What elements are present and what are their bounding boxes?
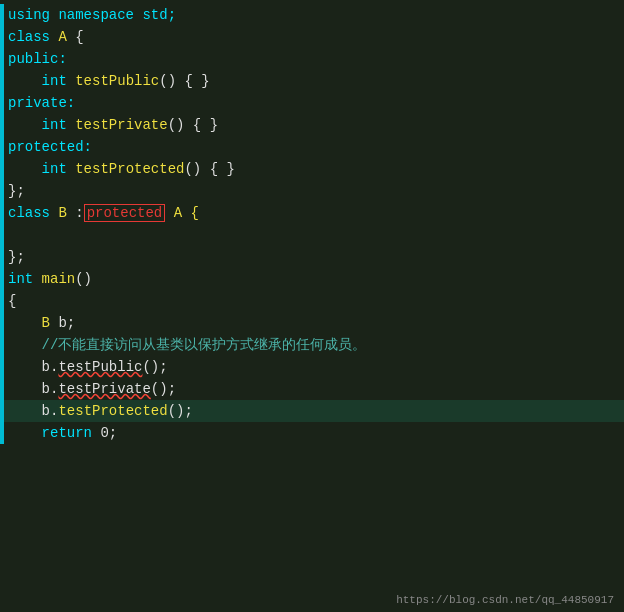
code-token: protected — [84, 204, 166, 222]
code-token: (); — [151, 381, 176, 397]
code-token — [8, 73, 42, 89]
code-token: B — [42, 315, 59, 331]
code-line: }; — [0, 246, 624, 268]
code-token: A — [58, 29, 75, 45]
code-token: A { — [165, 205, 199, 221]
code-line: b.testProtected(); — [0, 400, 624, 422]
code-token — [8, 359, 42, 375]
code-token: b. — [42, 359, 59, 375]
code-token: int — [42, 161, 76, 177]
code-token: class — [8, 205, 58, 221]
code-token: { — [75, 29, 83, 45]
code-token: () — [75, 271, 92, 287]
code-token: testProtected — [75, 161, 184, 177]
code-line: return 0; — [0, 422, 624, 444]
code-line: int testPrivate() { } — [0, 114, 624, 136]
code-line: b.testPrivate(); — [0, 378, 624, 400]
code-line: { — [0, 290, 624, 312]
code-token: (); — [142, 359, 167, 375]
code-token: () { } — [184, 161, 234, 177]
code-line: //不能直接访问从基类以保护方式继承的任何成员。 — [0, 334, 624, 356]
code-token: testProtected — [58, 403, 167, 419]
code-line: protected: — [0, 136, 624, 158]
code-line: using namespace std; — [0, 4, 624, 26]
code-token: testPublic — [58, 359, 142, 375]
code-token — [8, 381, 42, 397]
code-token: b. — [42, 403, 59, 419]
code-token: int — [42, 117, 76, 133]
code-token: testPrivate — [58, 381, 150, 397]
code-line — [0, 224, 624, 246]
code-container: using namespace std;class A {public: int… — [0, 0, 624, 612]
code-token: () { } — [168, 117, 218, 133]
code-token: () { } — [159, 73, 209, 89]
code-line: int testProtected() { } — [0, 158, 624, 180]
code-line: B b; — [0, 312, 624, 334]
code-line: private: — [0, 92, 624, 114]
code-token: testPublic — [75, 73, 159, 89]
code-token: b. — [42, 381, 59, 397]
code-token: int — [42, 73, 76, 89]
code-token: }; — [8, 183, 25, 199]
code-token: protected: — [8, 139, 92, 155]
code-token: //不能直接访问从基类以保护方式继承的任何成员。 — [8, 336, 366, 354]
code-token — [8, 403, 42, 419]
code-token — [8, 117, 42, 133]
code-token: B — [58, 205, 75, 221]
code-token: int — [8, 271, 42, 287]
code-line: int main() — [0, 268, 624, 290]
code-token: b; — [58, 315, 75, 331]
code-token: public: — [8, 51, 67, 67]
code-line: class A { — [0, 26, 624, 48]
code-token: : — [75, 205, 83, 221]
code-token: testPrivate — [75, 117, 167, 133]
code-token — [8, 161, 42, 177]
code-line: public: — [0, 48, 624, 70]
code-block: using namespace std;class A {public: int… — [0, 0, 624, 448]
code-token: main — [42, 271, 76, 287]
code-token: return — [42, 425, 101, 441]
code-token: class — [8, 29, 58, 45]
code-token — [8, 315, 42, 331]
code-token: }; — [8, 249, 25, 265]
code-line: b.testPublic(); — [0, 356, 624, 378]
code-line: class B :protected A { — [0, 202, 624, 224]
code-line: }; — [0, 180, 624, 202]
code-token: { — [8, 293, 16, 309]
code-token: 0; — [100, 425, 117, 441]
code-token: private: — [8, 95, 75, 111]
code-token: using namespace std; — [8, 7, 176, 23]
code-token: (); — [168, 403, 193, 419]
url-label: https://blog.csdn.net/qq_44850917 — [396, 594, 614, 606]
code-line: int testPublic() { } — [0, 70, 624, 92]
code-token — [8, 425, 42, 441]
